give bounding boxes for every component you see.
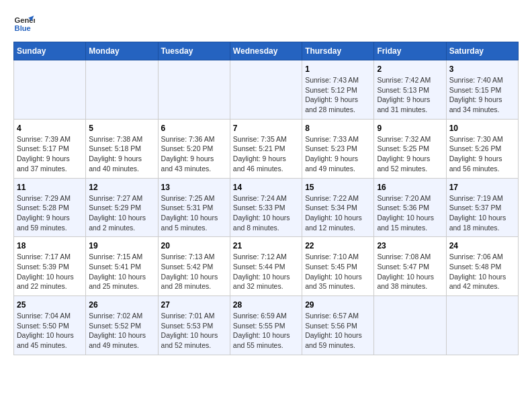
calendar-cell: 16Sunrise: 7:20 AMSunset: 5:36 PMDayligh…	[374, 178, 446, 237]
day-number: 26	[89, 300, 154, 310]
calendar-week-3: 11Sunrise: 7:29 AMSunset: 5:28 PMDayligh…	[14, 178, 519, 237]
calendar-cell: 11Sunrise: 7:29 AMSunset: 5:28 PMDayligh…	[14, 178, 86, 237]
day-info: Sunrise: 7:04 AMSunset: 5:50 PMDaylight:…	[17, 311, 83, 351]
day-number: 15	[305, 183, 371, 192]
weekday-header-monday: Monday	[86, 42, 158, 60]
calendar-cell	[158, 60, 230, 120]
day-number: 24	[449, 241, 515, 250]
calendar-cell: 29Sunrise: 6:57 AMSunset: 5:56 PMDayligh…	[302, 296, 374, 355]
calendar-cell	[86, 60, 158, 120]
day-number: 22	[305, 241, 371, 250]
day-number: 25	[17, 300, 83, 310]
calendar-cell: 4Sunrise: 7:39 AMSunset: 5:17 PMDaylight…	[14, 119, 86, 178]
calendar-cell: 25Sunrise: 7:04 AMSunset: 5:50 PMDayligh…	[14, 296, 86, 355]
calendar-cell: 10Sunrise: 7:30 AMSunset: 5:26 PMDayligh…	[446, 119, 518, 178]
day-info: Sunrise: 7:27 AMSunset: 5:29 PMDaylight:…	[89, 193, 154, 233]
calendar-cell: 13Sunrise: 7:25 AMSunset: 5:31 PMDayligh…	[158, 178, 230, 237]
day-info: Sunrise: 7:19 AMSunset: 5:37 PMDaylight:…	[449, 193, 515, 233]
calendar-week-4: 18Sunrise: 7:17 AMSunset: 5:39 PMDayligh…	[14, 237, 519, 296]
calendar-cell: 24Sunrise: 7:06 AMSunset: 5:48 PMDayligh…	[446, 237, 518, 296]
day-number: 6	[161, 124, 227, 133]
day-number: 27	[161, 300, 227, 310]
day-info: Sunrise: 7:15 AMSunset: 5:41 PMDaylight:…	[89, 252, 154, 291]
day-info: Sunrise: 7:12 AMSunset: 5:44 PMDaylight:…	[233, 252, 299, 291]
calendar-table: SundayMondayTuesdayWednesdayThursdayFrid…	[13, 42, 519, 355]
day-number: 20	[161, 241, 227, 250]
day-number: 16	[377, 183, 443, 192]
calendar-cell	[14, 60, 86, 120]
calendar-cell: 2Sunrise: 7:42 AMSunset: 5:13 PMDaylight…	[374, 60, 446, 120]
day-number: 12	[89, 183, 154, 192]
day-info: Sunrise: 7:22 AMSunset: 5:34 PMDaylight:…	[305, 193, 371, 233]
calendar-cell: 8Sunrise: 7:33 AMSunset: 5:23 PMDaylight…	[302, 119, 374, 178]
calendar-cell: 27Sunrise: 7:01 AMSunset: 5:53 PMDayligh…	[158, 296, 230, 355]
day-number: 1	[305, 64, 371, 74]
calendar-cell: 18Sunrise: 7:17 AMSunset: 5:39 PMDayligh…	[14, 237, 86, 296]
day-info: Sunrise: 7:29 AMSunset: 5:28 PMDaylight:…	[17, 193, 83, 233]
calendar-cell	[374, 296, 446, 355]
day-info: Sunrise: 7:32 AMSunset: 5:25 PMDaylight:…	[377, 134, 443, 174]
calendar-cell: 9Sunrise: 7:32 AMSunset: 5:25 PMDaylight…	[374, 119, 446, 178]
day-info: Sunrise: 7:33 AMSunset: 5:23 PMDaylight:…	[305, 134, 371, 174]
calendar-week-2: 4Sunrise: 7:39 AMSunset: 5:17 PMDaylight…	[14, 119, 519, 178]
day-info: Sunrise: 7:20 AMSunset: 5:36 PMDaylight:…	[377, 193, 443, 233]
calendar-body: 1Sunrise: 7:43 AMSunset: 5:12 PMDaylight…	[14, 60, 519, 355]
day-info: Sunrise: 7:17 AMSunset: 5:39 PMDaylight:…	[17, 252, 83, 291]
weekday-header-friday: Friday	[374, 42, 446, 60]
day-number: 2	[377, 64, 443, 74]
calendar-cell	[446, 296, 518, 355]
day-number: 29	[305, 300, 371, 310]
calendar-cell: 28Sunrise: 6:59 AMSunset: 5:55 PMDayligh…	[230, 296, 302, 355]
calendar-cell: 6Sunrise: 7:36 AMSunset: 5:20 PMDaylight…	[158, 119, 230, 178]
day-number: 21	[233, 241, 299, 250]
day-info: Sunrise: 7:01 AMSunset: 5:53 PMDaylight:…	[161, 311, 227, 351]
day-number: 11	[17, 183, 83, 192]
calendar-cell: 19Sunrise: 7:15 AMSunset: 5:41 PMDayligh…	[86, 237, 158, 296]
day-number: 3	[449, 64, 515, 74]
day-info: Sunrise: 6:59 AMSunset: 5:55 PMDaylight:…	[233, 311, 299, 351]
day-number: 14	[233, 183, 299, 192]
weekday-header-saturday: Saturday	[446, 42, 518, 60]
day-number: 4	[17, 124, 83, 133]
weekday-header-tuesday: Tuesday	[158, 42, 230, 60]
day-number: 23	[377, 241, 443, 250]
calendar-cell: 21Sunrise: 7:12 AMSunset: 5:44 PMDayligh…	[230, 237, 302, 296]
day-number: 19	[89, 241, 154, 250]
day-number: 8	[305, 124, 371, 133]
day-info: Sunrise: 7:24 AMSunset: 5:33 PMDaylight:…	[233, 193, 299, 233]
calendar-cell: 3Sunrise: 7:40 AMSunset: 5:15 PMDaylight…	[446, 60, 518, 120]
day-number: 13	[161, 183, 227, 192]
calendar-cell: 20Sunrise: 7:13 AMSunset: 5:42 PMDayligh…	[158, 237, 230, 296]
weekday-header-thursday: Thursday	[302, 42, 374, 60]
day-number: 28	[233, 300, 299, 310]
calendar-cell: 5Sunrise: 7:38 AMSunset: 5:18 PMDaylight…	[86, 119, 158, 178]
calendar-header: SundayMondayTuesdayWednesdayThursdayFrid…	[14, 42, 519, 60]
day-number: 5	[89, 124, 154, 133]
calendar-cell: 7Sunrise: 7:35 AMSunset: 5:21 PMDaylight…	[230, 119, 302, 178]
day-info: Sunrise: 7:25 AMSunset: 5:31 PMDaylight:…	[161, 193, 227, 233]
calendar-week-1: 1Sunrise: 7:43 AMSunset: 5:12 PMDaylight…	[14, 60, 519, 120]
day-info: Sunrise: 7:36 AMSunset: 5:20 PMDaylight:…	[161, 134, 227, 174]
page-header: General Blue	[13, 13, 519, 35]
calendar-cell: 23Sunrise: 7:08 AMSunset: 5:47 PMDayligh…	[374, 237, 446, 296]
day-number: 10	[449, 124, 515, 133]
day-info: Sunrise: 7:30 AMSunset: 5:26 PMDaylight:…	[449, 134, 515, 174]
day-info: Sunrise: 7:42 AMSunset: 5:13 PMDaylight:…	[377, 75, 443, 115]
day-info: Sunrise: 7:39 AMSunset: 5:17 PMDaylight:…	[17, 134, 83, 174]
svg-text:Blue: Blue	[15, 24, 31, 32]
day-info: Sunrise: 7:06 AMSunset: 5:48 PMDaylight:…	[449, 252, 515, 291]
day-number: 18	[17, 241, 83, 250]
day-info: Sunrise: 7:02 AMSunset: 5:52 PMDaylight:…	[89, 311, 154, 351]
day-info: Sunrise: 7:13 AMSunset: 5:42 PMDaylight:…	[161, 252, 227, 291]
day-number: 9	[377, 124, 443, 133]
calendar-cell	[230, 60, 302, 120]
day-info: Sunrise: 7:43 AMSunset: 5:12 PMDaylight:…	[305, 75, 371, 115]
weekday-header-sunday: Sunday	[14, 42, 86, 60]
calendar-cell: 1Sunrise: 7:43 AMSunset: 5:12 PMDaylight…	[302, 60, 374, 120]
day-info: Sunrise: 7:08 AMSunset: 5:47 PMDaylight:…	[377, 252, 443, 291]
calendar-cell: 22Sunrise: 7:10 AMSunset: 5:45 PMDayligh…	[302, 237, 374, 296]
calendar-week-5: 25Sunrise: 7:04 AMSunset: 5:50 PMDayligh…	[14, 296, 519, 355]
weekday-header-wednesday: Wednesday	[230, 42, 302, 60]
day-number: 7	[233, 124, 299, 133]
day-info: Sunrise: 6:57 AMSunset: 5:56 PMDaylight:…	[305, 311, 371, 351]
